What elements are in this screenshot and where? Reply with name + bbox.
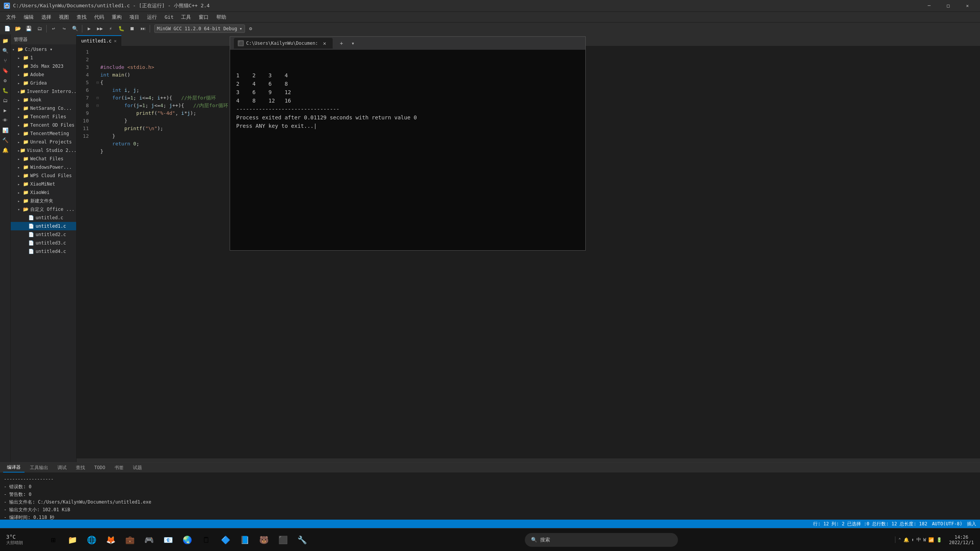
tree-item-folder_tencent_meeting[interactable]: ▸📁TencentMeeting (11, 129, 76, 138)
terminal-add-button[interactable]: + (337, 39, 346, 47)
editor-hscroll[interactable] (77, 458, 980, 462)
tree-item-file_untitled[interactable]: 📄untitled.c (11, 214, 76, 222)
menu-item-查找[interactable]: 查找 (74, 13, 90, 22)
maximize-button[interactable]: □ (939, 0, 957, 11)
bottom-tab-工具输出[interactable]: 工具输出 (26, 463, 52, 473)
toolbar-step-over[interactable]: ⏭ (138, 24, 148, 34)
menu-item-文件[interactable]: 文件 (3, 13, 19, 22)
menu-item-窗口[interactable]: 窗口 (196, 13, 212, 22)
taskbar-app-file-explorer[interactable]: 📁 (64, 531, 81, 549)
tab-close-button[interactable]: ✕ (114, 38, 116, 44)
taskbar-app-edge-browser[interactable]: 🌐 (83, 531, 100, 549)
toolbar-search[interactable]: 🔍 (70, 24, 80, 34)
toolbar-new[interactable]: 📄 (2, 24, 12, 34)
editor-tab-active[interactable]: untitled1.c ✕ (77, 35, 121, 46)
bottom-tab-查找[interactable]: 查找 (72, 463, 89, 473)
sys-tray-arrow[interactable]: ⌃ (898, 537, 901, 542)
toolbar-save-all[interactable]: 🗂 (34, 24, 44, 34)
tree-item-folder_gridea[interactable]: ▸📁Gridea (11, 79, 76, 87)
taskbar-app-app11[interactable]: 📘 (236, 531, 253, 549)
tree-item-folder_new[interactable]: ▸📁新建文件夹 (11, 197, 76, 205)
toolbar-open[interactable]: 📂 (13, 24, 23, 34)
fold-indicator[interactable]: ⊟ (95, 94, 100, 102)
tree-item-folder_inventor[interactable]: ▸📁Inventor Interro... (11, 87, 76, 96)
minimize-button[interactable]: ─ (920, 0, 938, 11)
tree-item-folder_custom_office[interactable]: ▾📂自定义 Office ... (11, 205, 76, 214)
menu-item-编辑[interactable]: 编辑 (21, 13, 37, 22)
toolbar-redo[interactable]: ↪ (59, 24, 69, 34)
taskbar-app-app12[interactable]: 🐻 (255, 531, 273, 549)
menu-item-项目[interactable]: 项目 (126, 13, 142, 22)
tree-item-folder_vs[interactable]: ▸📁Visual Studio 2... (11, 146, 76, 155)
taskbar-app-app5[interactable]: 💼 (121, 531, 139, 549)
sidebar-icon-git[interactable]: ⑂ (1, 56, 10, 65)
toolbar-save[interactable]: 💾 (24, 24, 34, 34)
tree-item-file_untitled4[interactable]: 📄untitled4.c (11, 247, 76, 256)
tree-item-folder_tencent[interactable]: ▸📁Tencent Files (11, 112, 76, 121)
tree-item-folder_xiaominet[interactable]: ▸📁XiaoMiNet (11, 180, 76, 188)
tree-item-folder_windows_power[interactable]: ▸📁WindowsPower... (11, 163, 76, 171)
sidebar-icon-terminal[interactable]: ▶ (1, 106, 10, 115)
menu-item-帮助[interactable]: 帮助 (213, 13, 229, 22)
tree-item-folder_wechat[interactable]: ▸📁WeChat Files (11, 155, 76, 163)
menu-item-工具[interactable]: 工具 (178, 13, 194, 22)
sidebar-icon-bookmark[interactable]: 🔖 (1, 66, 10, 75)
toolbar-run[interactable]: ▶▶ (95, 24, 105, 34)
tree-item-folder_kook[interactable]: ▸📁kook (11, 96, 76, 104)
menu-item-视图[interactable]: 视图 (56, 13, 72, 22)
menu-item-运行[interactable]: 运行 (144, 13, 160, 22)
taskbar-app-firefox[interactable]: 🦊 (102, 531, 119, 549)
tree-item-folder_1[interactable]: ▸📁1 (11, 54, 76, 62)
taskbar-app-terminal-app[interactable]: ⬛ (274, 531, 292, 549)
toolbar-stop[interactable]: ⏹ (127, 24, 137, 34)
bottom-tab-调试[interactable]: 调试 (54, 463, 70, 473)
tree-item-folder_netsarang[interactable]: ▸📁NetSarang Co... (11, 104, 76, 112)
menu-item-重构[interactable]: 重构 (109, 13, 125, 22)
sidebar-icon-struct[interactable]: 🗂 (1, 96, 10, 105)
sidebar-icon-settings[interactable]: ⚙ (1, 76, 10, 85)
tree-item-file_untitled3[interactable]: 📄untitled3.c (11, 239, 76, 247)
toolbar-debug[interactable]: 🐛 (116, 24, 126, 34)
taskbar-app-app7[interactable]: 📧 (159, 531, 177, 549)
fold-indicator[interactable]: ⊟ (95, 102, 100, 109)
terminal-dropdown-button[interactable]: ▾ (349, 39, 357, 47)
sidebar-icon-search[interactable]: 🔍 (1, 46, 10, 55)
tree-item-folder_xiaowei[interactable]: ▸📁XiaoWei (11, 188, 76, 197)
search-bar[interactable]: 🔍 搜索 (525, 533, 678, 547)
sidebar-icon-debug[interactable]: 🐛 (1, 86, 10, 95)
tree-item-folder_adobe[interactable]: ▸📁Adobe (11, 70, 76, 79)
terminal-content[interactable]: 1 2 3 42 4 6 83 6 9 124 8 12 16---------… (230, 50, 585, 250)
menu-item-选择[interactable]: 选择 (38, 13, 54, 22)
taskbar-app-devtools[interactable]: 🔧 (293, 531, 311, 549)
sidebar-icon-class[interactable]: 📊 (1, 126, 10, 135)
tree-item-folder_unreal[interactable]: ▸📁Unreal Projects (11, 138, 76, 146)
tree-item-file_untitled2[interactable]: 📄untitled2.c (11, 230, 76, 239)
bottom-tab-书签[interactable]: 书签 (111, 463, 127, 473)
tree-item-folder_tencent_od[interactable]: ▸📁Tencent OD Files (11, 121, 76, 129)
taskbar-app-app8[interactable]: 🌏 (178, 531, 196, 549)
tree-item-folder_wps[interactable]: ▸📁WPS Cloud Files (11, 171, 76, 180)
terminal-close-button[interactable]: ✕ (320, 39, 329, 47)
menu-item-Git[interactable]: Git (162, 13, 176, 21)
bottom-tab-试题[interactable]: 试题 (129, 463, 146, 473)
sidebar-icon-filetree[interactable]: 📁 (1, 36, 10, 45)
taskbar-app-app10[interactable]: 🔷 (217, 531, 234, 549)
toolbar-compile-run[interactable]: ⚡ (106, 24, 116, 34)
menu-item-代码[interactable]: 代码 (91, 13, 107, 22)
taskbar-app-windows-start[interactable]: ⊞ (44, 531, 62, 549)
sidebar-icon-speaker[interactable]: 🔔 (1, 145, 10, 155)
taskbar-app-app6[interactable]: 🎮 (140, 531, 158, 549)
fold-indicator[interactable]: ⊟ (95, 79, 100, 86)
toolbar-undo[interactable]: ↩ (49, 24, 59, 34)
tree-item-folder_3ds[interactable]: ▸📁3ds Max 2023 (11, 62, 76, 70)
tree-item-c_users[interactable]: ▾📂C:/Users ▾ (11, 45, 76, 54)
compiler-selector[interactable]: MinGW GCC 11.2.0 64-bit Debug ▾ (154, 24, 245, 33)
clock[interactable]: 14:26 2022/12/1 (949, 535, 974, 545)
file-tree-content[interactable]: ▾📂C:/Users ▾▸📁1▸📁3ds Max 2023▸📁Adobe▸📁Gr… (11, 44, 76, 462)
taskbar-app-app9[interactable]: 🗒 (198, 531, 215, 549)
close-button[interactable]: ✕ (959, 0, 976, 11)
sidebar-icon-watch[interactable]: 👁 (1, 116, 10, 125)
toolbar-settings[interactable]: ⚙ (246, 24, 256, 34)
tree-item-file_untitled1[interactable]: 📄untitled1.c (11, 222, 76, 230)
sidebar-icon-compile[interactable]: 🔨 (1, 135, 10, 145)
